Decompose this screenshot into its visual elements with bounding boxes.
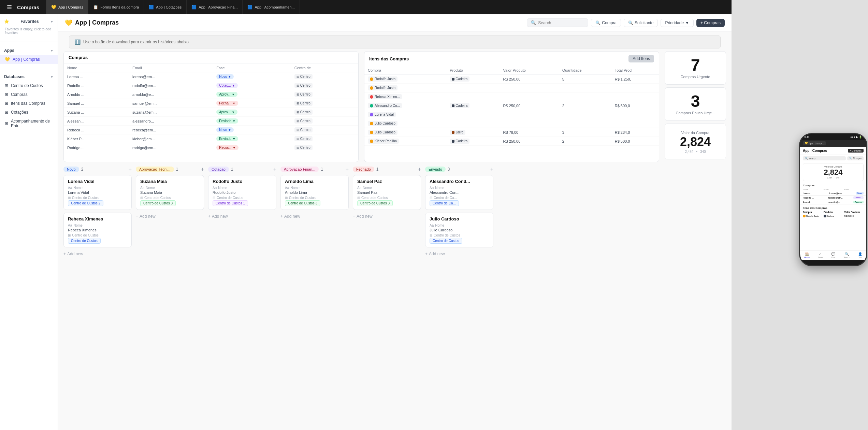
kanban-col-header: Fechado 1 + (353, 166, 421, 172)
tab-forms-itens[interactable]: 📋Forms Itens da compra (88, 0, 144, 14)
sidebar-item-centro-custos[interactable]: ⊞ Centro de Custos (0, 81, 58, 90)
hamburger-icon[interactable]: ☰ (7, 4, 12, 11)
favorites-empty-text: Favorites is empty, click to add favorit… (0, 26, 58, 38)
apps-header[interactable]: Apps ▼ (0, 46, 58, 55)
kanban-card[interactable]: Suzana Maia Aa Nome Suzana Maia ⊞ Centro… (136, 175, 204, 210)
cell-centro: ⊞ Centro (291, 134, 358, 143)
nome-field-icon: Aa (285, 186, 289, 190)
user-dot (370, 122, 373, 125)
phone-status-bar: 9:41 ●●● ▶ 🔋 (800, 134, 866, 140)
kanban-add-new[interactable]: + Add new (353, 213, 421, 220)
prioridade-chevron-icon: ▼ (685, 20, 689, 25)
phone-add-btn[interactable]: + Compras (848, 149, 864, 153)
kanban-col-title-group: Cotação 1 (208, 167, 233, 172)
table-row: Julio Cardoso (364, 119, 659, 128)
kanban-card[interactable]: Alessandro Cond... Aa Nome Alessandro Co… (425, 175, 493, 210)
favorites-section: ⭐ Favorites ▼ Favorites is empty, click … (0, 14, 58, 40)
sidebar-item-acompanhamento[interactable]: ⊞ Acompanhamento de Entr... (0, 117, 58, 130)
kanban-card[interactable]: Samuel Paz Aa Nome Samuel Paz ⊞ Centro d… (353, 175, 421, 210)
tab-app-cotacoes[interactable]: 🟦App | Cotações (144, 0, 187, 14)
kanban-add-icon[interactable]: + (201, 166, 204, 172)
kanban-add-icon[interactable]: + (490, 166, 493, 172)
tab-app-compras[interactable]: 💛App | Compras (46, 0, 88, 14)
cell-nome: Kléber P... (64, 134, 129, 143)
sidebar-item-compras[interactable]: ⊞ Compras (0, 90, 58, 99)
cell-fase: Cotaç... ▼ (213, 81, 291, 90)
filter-prioridade-button[interactable]: Prioridade ▼ (661, 19, 694, 27)
kanban-add-new[interactable]: + Add new (63, 250, 132, 258)
header-actions: 🔍 🔍 Compra 🔍 Solicitante Prioridade ▼ (527, 18, 725, 27)
col-email: Email (129, 64, 213, 72)
phone-search-bottom-icon: 🔍 (845, 252, 849, 256)
cell-total: R$ 500,0 (611, 137, 659, 146)
pouco-urgente-label: Compras Pouco Urge... (670, 111, 720, 115)
kanban-field-centro: ⊞ Centro de Custos (213, 196, 272, 200)
kanban-card[interactable]: Rodolfo Justo Aa Nome Rodolfo Justo ⊞ Ce… (208, 175, 276, 210)
kanban-field-centro: ⊞ Centro de Ca... (430, 196, 489, 200)
nome-field-icon: Aa (430, 186, 434, 190)
phone-tab-search[interactable]: 🔍 Search (843, 252, 850, 258)
cell-fase: Aprov... ▼ (213, 108, 291, 117)
phone-tab-tasks[interactable]: ✓ Tasks (818, 252, 823, 258)
kanban-status-badge: Enviado (425, 167, 446, 172)
tab-app-acompanhamento[interactable]: 🟦App | Acompanhamen... (243, 0, 300, 14)
kanban-add-icon[interactable]: + (129, 166, 132, 172)
search-input[interactable] (538, 20, 584, 25)
kanban-card-name: Rodolfo Justo (213, 179, 272, 184)
databases-header[interactable]: Databases ▼ (0, 72, 58, 81)
phone-tab-home[interactable]: 🏠 Home (804, 252, 810, 258)
sidebar-item-app-compras[interactable]: 💛 App | Compras (0, 55, 58, 64)
itens-table-body: Rodolfo Justo Cadeira R$ 250,00 5 R$ 1.2… (364, 75, 659, 146)
centro-field-icon: ⊞ (430, 233, 432, 237)
sidebar-item-itens-compras[interactable]: ⊞ Itens das Compras (0, 99, 58, 108)
urgente-number: 7 (670, 57, 720, 73)
search-icon: 🔍 (531, 20, 536, 25)
phone-table-header: Nome Email Fase (800, 188, 866, 191)
cell-fase: Novo ▼ (213, 126, 291, 134)
cell-total: R$ 500,0 (611, 101, 659, 110)
phone-filter-btn[interactable]: 🔍 Compra (847, 156, 864, 160)
itens-table-title: Itens das Compras (369, 56, 409, 61)
kanban-field-nome: Aa Nome (430, 224, 489, 227)
kanban-card[interactable]: Lorena Vidal Aa Nome Lorena Vidal ⊞ Cent… (63, 175, 132, 210)
tab-app-aprovacao[interactable]: 🟦App | Aprovação Fina... (187, 0, 243, 14)
kanban-add-new[interactable]: + Add new (425, 250, 493, 258)
sidebar: ⭐ Favorites ▼ Favorites is empty, click … (0, 14, 58, 430)
cell-produto (446, 84, 500, 92)
nome-field-icon: Aa (68, 224, 72, 227)
kanban-card[interactable]: Rebeca Ximenes Aa Nome Rebeca Ximenes ⊞ … (63, 213, 132, 247)
phone-tab-you[interactable]: 👤 You (858, 252, 862, 258)
col-fase: Fase (213, 64, 291, 72)
kanban-add-new[interactable]: + Add new (208, 213, 276, 220)
info-banner: ℹ️ Use o botão de download para extrair … (69, 35, 721, 48)
kanban-add-new[interactable]: + Add new (136, 213, 204, 220)
kanban-field-nome: Aa Nome (140, 186, 200, 190)
centro-field-icon: ⊞ (140, 196, 143, 200)
kanban-card[interactable]: Arnoldo Lima Aa Nome Arnoldo Lima ⊞ Cent… (280, 175, 349, 210)
table-row: Kléber Padilha Cadeira R$ 250,00 2 R$ 50… (364, 137, 659, 146)
databases-chevron-icon: ▼ (50, 75, 54, 79)
cell-email: suzana@em... (129, 108, 213, 117)
filter-solicitante-button[interactable]: 🔍 Solicitante (624, 19, 658, 27)
valor-sub1: 2,484 (685, 150, 693, 154)
kanban-add-new[interactable]: + Add new (280, 213, 349, 220)
kanban-card-name: Suzana Maia (140, 179, 200, 184)
cell-total: R$ 1.250, (611, 75, 659, 84)
left-panel: 9:41 ●●● ▶ 🔋 💛 App | Compr... App | Comp… (732, 0, 868, 430)
sidebar-item-cotacoes[interactable]: ⊞ Cotações (0, 108, 58, 117)
kanban-add-icon[interactable]: + (346, 166, 349, 172)
kanban-add-icon[interactable]: + (418, 166, 421, 172)
favorites-header[interactable]: ⭐ Favorites ▼ (0, 17, 58, 26)
kanban-card[interactable]: Julio Cardoso Aa Nome Julio Cardoso ⊞ Ce… (425, 213, 493, 247)
search-bar[interactable]: 🔍 (527, 18, 588, 27)
kanban-field-centro: ⊞ Centro de Custos (285, 196, 344, 200)
kanban-col-title-group: Aprovação Finan... 1 (280, 167, 323, 172)
centro-field-icon: ⊞ (357, 196, 360, 200)
add-compras-button[interactable]: + Compras (696, 19, 725, 27)
kanban-add-icon[interactable]: + (273, 166, 276, 172)
tables-row: Compras Nome Email Fase Centro de (63, 51, 726, 162)
phone-tab-chat[interactable]: 💬 Chat (831, 252, 836, 258)
filter-compra-button[interactable]: 🔍 Compra (591, 19, 621, 27)
add-items-button[interactable]: Add Itens (628, 55, 654, 62)
phone-search-input[interactable]: 🔍 Search (803, 156, 846, 160)
